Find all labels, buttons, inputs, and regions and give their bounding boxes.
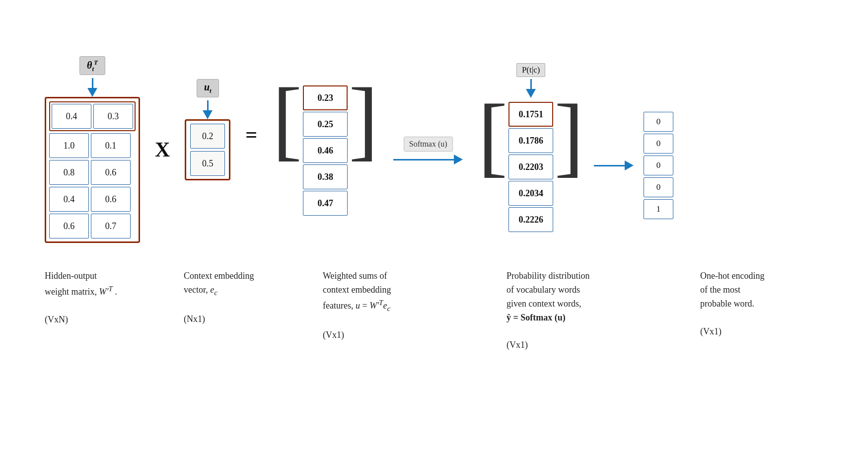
prob-cell-0: 0.1751: [508, 102, 553, 127]
prob-cell-4: 0.2226: [508, 207, 553, 232]
one-hot-cell-3: 0: [644, 177, 673, 197]
matrix-cell-2-0: 0.8: [49, 160, 89, 185]
result-vector-cells: 0.23 0.25 0.46 0.38 0.47: [303, 81, 348, 220]
ptc-arrow: [526, 79, 536, 98]
label-row: Hidden-outputweight matrix, W′T .(VxN) C…: [45, 269, 799, 352]
diagram-row: θtT 0.4 0.3 1.0 0.1 0.8 0.6: [45, 50, 673, 249]
equals-operator: =: [240, 123, 262, 147]
desc1-line1: Hidden-outputweight matrix, W′T .(VxN): [45, 271, 117, 324]
theta-arrow: [87, 78, 97, 97]
result-cell-2: 0.46: [303, 138, 348, 163]
left-bracket: [: [478, 98, 507, 236]
one-hot-cells: 0 0 0 0 1: [644, 112, 673, 219]
theta-sup: T: [94, 59, 98, 66]
result-cell-1: 0.25: [303, 112, 348, 137]
matrix-cell-1-1: 0.1: [91, 133, 131, 158]
softmax-label: Softmax (u): [404, 137, 453, 152]
context-vector-wrapper: ut 0.2 0.5: [185, 79, 230, 180]
arrow-head: [454, 155, 463, 164]
arrow-line: [530, 79, 532, 89]
weight-matrix-outer: 0.4 0.3 1.0 0.1 0.8 0.6 0.4 0.6 0.6 0.7: [45, 97, 140, 243]
ut-arrow: [203, 100, 213, 119]
softmax-arrow-wrapper: Softmax (u): [388, 137, 468, 164]
one-hot-cell-2: 0: [644, 156, 673, 175]
one-hot-cell-4: 1: [644, 199, 673, 219]
desc5-line1: One-hot encodingof the mostprobable word…: [700, 271, 764, 336]
arrow-line: [92, 78, 93, 88]
ut-sub: t: [210, 87, 212, 94]
one-hot-wrapper: 0 0 0 0 1: [644, 112, 673, 219]
result-cell-4: 0.47: [303, 191, 348, 216]
matrix-cell-4-1: 0.7: [91, 214, 131, 238]
arrow-line: [393, 159, 454, 160]
context-cell-0: 0.2: [190, 124, 225, 149]
right-bracket: ]: [554, 98, 584, 236]
main-container: θtT 0.4 0.3 1.0 0.1 0.8 0.6: [0, 0, 868, 474]
arrow-head: [87, 88, 97, 97]
desc-col-1: Hidden-outputweight matrix, W′T .(VxN): [45, 269, 169, 327]
ut-symbol: u: [204, 81, 210, 92]
result-cell-3: 0.38: [303, 164, 348, 189]
context-vector-cells: 0.2 0.5: [190, 124, 225, 176]
arrow-head: [203, 110, 213, 119]
matrix-cell-0-1: 0.3: [93, 104, 133, 129]
ut-label: ut: [197, 79, 219, 97]
desc-col-5: One-hot encodingof the mostprobable word…: [700, 269, 799, 338]
left-bracket: [: [272, 81, 302, 220]
ptc-label: P(t|c): [516, 63, 545, 77]
result-cell-0: 0.23: [303, 85, 348, 110]
prob-cell-2: 0.2203: [508, 155, 553, 179]
context-vector-outer: 0.2 0.5: [185, 119, 230, 180]
final-arrow-wrapper: [594, 160, 634, 170]
result-vector-wrapper: [ 0.23 0.25 0.46 0.38 0.47 ]: [272, 50, 378, 220]
desc-col-3: Weighted sums ofcontext embeddingfeature…: [323, 269, 447, 342]
prob-vector-bracket: [ 0.1751 0.1786 0.2203 0.2034 0.2226 ]: [478, 98, 584, 236]
final-arrow-line: [594, 165, 625, 166]
right-bracket: ]: [349, 81, 378, 220]
one-hot-cell-1: 0: [644, 134, 673, 154]
desc-col-4: Probability distributionof vocabulary wo…: [506, 269, 660, 352]
weight-matrix-wrapper: θtT 0.4 0.3 1.0 0.1 0.8 0.6: [45, 56, 140, 243]
theta-label: θtT: [79, 56, 105, 76]
arrow-line: [207, 100, 209, 110]
matrix-cell-3-1: 0.6: [91, 187, 131, 212]
theta-symbol: θ: [87, 59, 92, 70]
matrix-cell-3-0: 0.4: [49, 187, 89, 212]
desc3-line1: Weighted sums ofcontext embeddingfeature…: [323, 271, 391, 340]
prob-vector-cells: 0.1751 0.1786 0.2203 0.2034 0.2226: [508, 98, 553, 236]
desc4-line1: Probability distributionof vocabulary wo…: [506, 271, 590, 350]
one-hot-cell-0: 0: [644, 112, 673, 132]
matrix-remaining-rows: 1.0 0.1 0.8 0.6 0.4 0.6 0.6 0.7: [49, 133, 136, 238]
multiply-operator: X: [150, 138, 175, 161]
prob-cell-1: 0.1786: [508, 128, 553, 153]
matrix-cell-0-0: 0.4: [52, 104, 91, 129]
context-cell-1: 0.5: [190, 151, 225, 176]
matrix-cell-4-0: 0.6: [49, 214, 89, 238]
matrix-cell-1-0: 1.0: [49, 133, 89, 158]
desc2-line1: Context embeddingvector, ec(Nx1): [184, 271, 254, 324]
matrix-cell-2-1: 0.6: [91, 160, 131, 185]
result-vector-bracket: [ 0.23 0.25 0.46 0.38 0.47 ]: [272, 81, 378, 220]
matrix-top-row-highlight: 0.4 0.3: [49, 101, 136, 131]
softmax-arrow: [393, 155, 463, 164]
desc-col-2: Context embeddingvector, ec(Nx1): [184, 269, 298, 326]
prob-cell-3: 0.2034: [508, 181, 553, 206]
final-arrow-head: [625, 160, 634, 170]
arrow-head: [526, 89, 536, 98]
prob-vector-wrapper: P(t|c) [ 0.1751 0.1786 0.2203 0.2034 0.2…: [478, 63, 584, 236]
